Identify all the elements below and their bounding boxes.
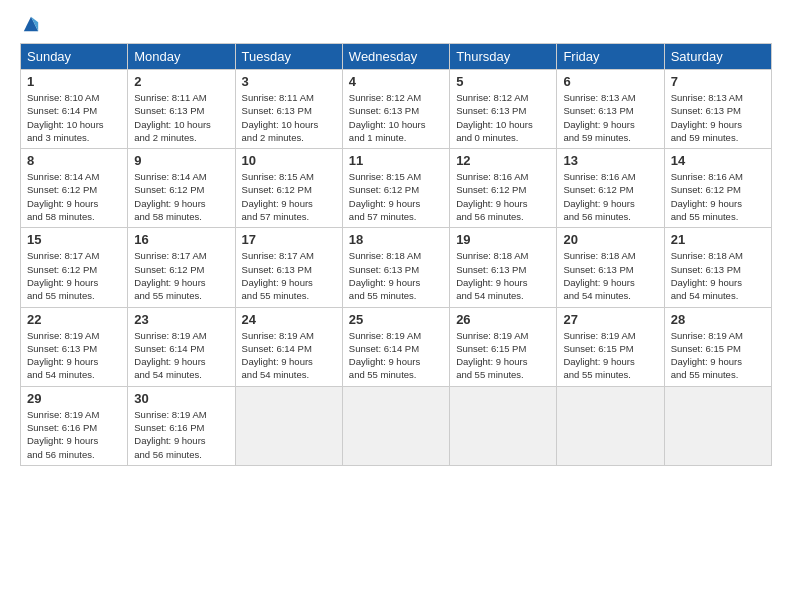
day-cell	[450, 386, 557, 465]
day-info: Sunrise: 8:19 AMSunset: 6:16 PMDaylight:…	[134, 408, 228, 461]
day-number: 23	[134, 312, 228, 327]
day-number: 22	[27, 312, 121, 327]
day-number: 14	[671, 153, 765, 168]
day-number: 7	[671, 74, 765, 89]
day-number: 6	[563, 74, 657, 89]
day-info: Sunrise: 8:16 AMSunset: 6:12 PMDaylight:…	[671, 170, 765, 223]
header-cell-monday: Monday	[128, 44, 235, 70]
week-row-3: 15Sunrise: 8:17 AMSunset: 6:12 PMDayligh…	[21, 228, 772, 307]
header-row: SundayMondayTuesdayWednesdayThursdayFrid…	[21, 44, 772, 70]
day-number: 18	[349, 232, 443, 247]
day-info: Sunrise: 8:17 AMSunset: 6:12 PMDaylight:…	[134, 249, 228, 302]
day-info: Sunrise: 8:16 AMSunset: 6:12 PMDaylight:…	[456, 170, 550, 223]
day-cell: 16Sunrise: 8:17 AMSunset: 6:12 PMDayligh…	[128, 228, 235, 307]
day-cell: 9Sunrise: 8:14 AMSunset: 6:12 PMDaylight…	[128, 149, 235, 228]
day-number: 9	[134, 153, 228, 168]
day-number: 17	[242, 232, 336, 247]
day-cell: 17Sunrise: 8:17 AMSunset: 6:13 PMDayligh…	[235, 228, 342, 307]
header	[20, 15, 772, 33]
day-info: Sunrise: 8:19 AMSunset: 6:15 PMDaylight:…	[671, 329, 765, 382]
day-info: Sunrise: 8:18 AMSunset: 6:13 PMDaylight:…	[563, 249, 657, 302]
day-number: 10	[242, 153, 336, 168]
day-number: 5	[456, 74, 550, 89]
day-cell: 15Sunrise: 8:17 AMSunset: 6:12 PMDayligh…	[21, 228, 128, 307]
day-info: Sunrise: 8:11 AMSunset: 6:13 PMDaylight:…	[134, 91, 228, 144]
day-number: 16	[134, 232, 228, 247]
day-info: Sunrise: 8:19 AMSunset: 6:14 PMDaylight:…	[242, 329, 336, 382]
day-cell: 8Sunrise: 8:14 AMSunset: 6:12 PMDaylight…	[21, 149, 128, 228]
week-row-2: 8Sunrise: 8:14 AMSunset: 6:12 PMDaylight…	[21, 149, 772, 228]
day-info: Sunrise: 8:19 AMSunset: 6:15 PMDaylight:…	[456, 329, 550, 382]
day-cell: 24Sunrise: 8:19 AMSunset: 6:14 PMDayligh…	[235, 307, 342, 386]
day-number: 15	[27, 232, 121, 247]
day-cell: 11Sunrise: 8:15 AMSunset: 6:12 PMDayligh…	[342, 149, 449, 228]
day-cell: 21Sunrise: 8:18 AMSunset: 6:13 PMDayligh…	[664, 228, 771, 307]
header-cell-friday: Friday	[557, 44, 664, 70]
day-info: Sunrise: 8:17 AMSunset: 6:13 PMDaylight:…	[242, 249, 336, 302]
day-info: Sunrise: 8:18 AMSunset: 6:13 PMDaylight:…	[349, 249, 443, 302]
day-info: Sunrise: 8:15 AMSunset: 6:12 PMDaylight:…	[242, 170, 336, 223]
day-cell: 26Sunrise: 8:19 AMSunset: 6:15 PMDayligh…	[450, 307, 557, 386]
day-info: Sunrise: 8:17 AMSunset: 6:12 PMDaylight:…	[27, 249, 121, 302]
day-number: 8	[27, 153, 121, 168]
day-cell	[342, 386, 449, 465]
day-number: 29	[27, 391, 121, 406]
page: SundayMondayTuesdayWednesdayThursdayFrid…	[0, 0, 792, 612]
day-cell: 28Sunrise: 8:19 AMSunset: 6:15 PMDayligh…	[664, 307, 771, 386]
day-info: Sunrise: 8:19 AMSunset: 6:16 PMDaylight:…	[27, 408, 121, 461]
day-info: Sunrise: 8:19 AMSunset: 6:15 PMDaylight:…	[563, 329, 657, 382]
day-info: Sunrise: 8:15 AMSunset: 6:12 PMDaylight:…	[349, 170, 443, 223]
day-cell: 27Sunrise: 8:19 AMSunset: 6:15 PMDayligh…	[557, 307, 664, 386]
week-row-1: 1Sunrise: 8:10 AMSunset: 6:14 PMDaylight…	[21, 70, 772, 149]
week-row-5: 29Sunrise: 8:19 AMSunset: 6:16 PMDayligh…	[21, 386, 772, 465]
header-cell-wednesday: Wednesday	[342, 44, 449, 70]
day-cell: 4Sunrise: 8:12 AMSunset: 6:13 PMDaylight…	[342, 70, 449, 149]
day-info: Sunrise: 8:19 AMSunset: 6:14 PMDaylight:…	[349, 329, 443, 382]
day-cell: 6Sunrise: 8:13 AMSunset: 6:13 PMDaylight…	[557, 70, 664, 149]
day-info: Sunrise: 8:14 AMSunset: 6:12 PMDaylight:…	[27, 170, 121, 223]
day-number: 3	[242, 74, 336, 89]
day-number: 11	[349, 153, 443, 168]
day-number: 12	[456, 153, 550, 168]
day-cell	[557, 386, 664, 465]
day-cell: 14Sunrise: 8:16 AMSunset: 6:12 PMDayligh…	[664, 149, 771, 228]
day-info: Sunrise: 8:14 AMSunset: 6:12 PMDaylight:…	[134, 170, 228, 223]
day-cell: 18Sunrise: 8:18 AMSunset: 6:13 PMDayligh…	[342, 228, 449, 307]
day-cell: 12Sunrise: 8:16 AMSunset: 6:12 PMDayligh…	[450, 149, 557, 228]
day-info: Sunrise: 8:12 AMSunset: 6:13 PMDaylight:…	[456, 91, 550, 144]
day-cell: 19Sunrise: 8:18 AMSunset: 6:13 PMDayligh…	[450, 228, 557, 307]
day-number: 13	[563, 153, 657, 168]
day-cell: 3Sunrise: 8:11 AMSunset: 6:13 PMDaylight…	[235, 70, 342, 149]
day-number: 24	[242, 312, 336, 327]
day-cell: 2Sunrise: 8:11 AMSunset: 6:13 PMDaylight…	[128, 70, 235, 149]
day-info: Sunrise: 8:13 AMSunset: 6:13 PMDaylight:…	[563, 91, 657, 144]
day-cell: 10Sunrise: 8:15 AMSunset: 6:12 PMDayligh…	[235, 149, 342, 228]
day-cell: 30Sunrise: 8:19 AMSunset: 6:16 PMDayligh…	[128, 386, 235, 465]
day-cell: 29Sunrise: 8:19 AMSunset: 6:16 PMDayligh…	[21, 386, 128, 465]
day-number: 19	[456, 232, 550, 247]
day-cell: 20Sunrise: 8:18 AMSunset: 6:13 PMDayligh…	[557, 228, 664, 307]
day-number: 20	[563, 232, 657, 247]
day-info: Sunrise: 8:19 AMSunset: 6:13 PMDaylight:…	[27, 329, 121, 382]
day-number: 27	[563, 312, 657, 327]
day-info: Sunrise: 8:18 AMSunset: 6:13 PMDaylight:…	[456, 249, 550, 302]
day-info: Sunrise: 8:12 AMSunset: 6:13 PMDaylight:…	[349, 91, 443, 144]
day-cell: 13Sunrise: 8:16 AMSunset: 6:12 PMDayligh…	[557, 149, 664, 228]
day-info: Sunrise: 8:19 AMSunset: 6:14 PMDaylight:…	[134, 329, 228, 382]
day-number: 26	[456, 312, 550, 327]
day-number: 21	[671, 232, 765, 247]
day-number: 2	[134, 74, 228, 89]
day-cell: 1Sunrise: 8:10 AMSunset: 6:14 PMDaylight…	[21, 70, 128, 149]
day-cell	[235, 386, 342, 465]
day-number: 28	[671, 312, 765, 327]
day-cell: 22Sunrise: 8:19 AMSunset: 6:13 PMDayligh…	[21, 307, 128, 386]
header-cell-sunday: Sunday	[21, 44, 128, 70]
logo	[20, 15, 40, 33]
header-cell-saturday: Saturday	[664, 44, 771, 70]
day-number: 25	[349, 312, 443, 327]
day-number: 4	[349, 74, 443, 89]
header-cell-tuesday: Tuesday	[235, 44, 342, 70]
day-info: Sunrise: 8:13 AMSunset: 6:13 PMDaylight:…	[671, 91, 765, 144]
day-cell: 7Sunrise: 8:13 AMSunset: 6:13 PMDaylight…	[664, 70, 771, 149]
header-cell-thursday: Thursday	[450, 44, 557, 70]
